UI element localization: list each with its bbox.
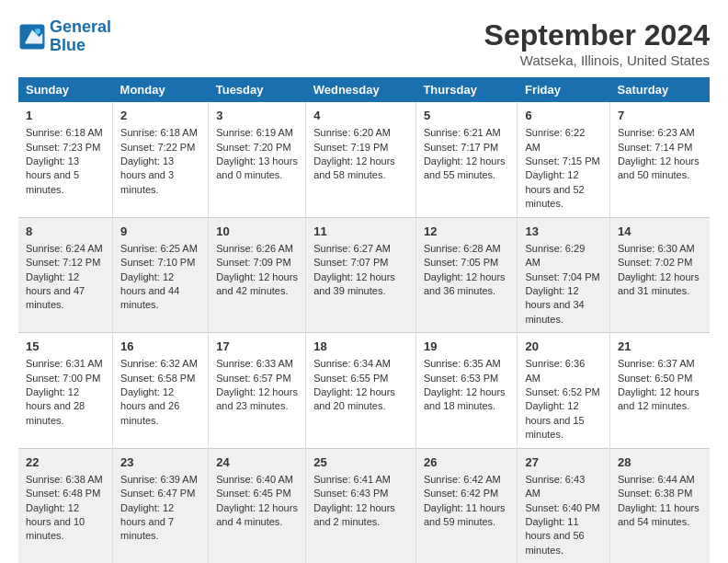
day-number: 18 [313, 339, 408, 355]
day-number: 4 [313, 108, 408, 124]
sunset-label: Sunset: 7:00 PM [26, 373, 100, 384]
sunrise-label: Sunrise: 6:23 AM [618, 127, 695, 138]
sunrise-label: Sunrise: 6:35 AM [424, 358, 501, 369]
logo-line1: General [50, 17, 111, 36]
day-number: 2 [120, 108, 200, 124]
day-number: 5 [424, 108, 510, 124]
daylight-label: Daylight: 12 hours and 34 minutes. [525, 285, 584, 325]
daylight-label: Daylight: 11 hours and 59 minutes. [424, 502, 506, 527]
calendar-cell: 22Sunrise: 6:38 AMSunset: 6:48 PMDayligh… [18, 448, 113, 563]
sunset-label: Sunset: 7:09 PM [216, 257, 290, 268]
sunrise-label: Sunrise: 6:24 AM [26, 243, 103, 254]
logo: General Blue [18, 18, 111, 55]
sunset-label: Sunset: 6:50 PM [618, 373, 692, 384]
sunrise-label: Sunrise: 6:26 AM [216, 243, 293, 254]
sunset-label: Sunset: 6:38 PM [618, 488, 692, 499]
sunset-label: Sunset: 7:07 PM [313, 257, 388, 268]
day-number: 15 [26, 339, 105, 355]
sunset-label: Sunset: 6:55 PM [313, 373, 388, 384]
sunset-label: Sunset: 7:05 PM [424, 257, 498, 268]
day-number: 25 [313, 454, 408, 471]
daylight-label: Daylight: 12 hours and 50 minutes. [618, 155, 700, 180]
calendar-cell: 10Sunrise: 6:26 AMSunset: 7:09 PMDayligh… [209, 217, 306, 333]
page-header: General Blue September 2024 Watseka, Ill… [18, 18, 710, 68]
daylight-label: Daylight: 12 hours and 47 minutes. [26, 271, 85, 311]
sunrise-label: Sunrise: 6:27 AM [313, 243, 391, 254]
calendar-cell: 3Sunrise: 6:19 AMSunset: 7:20 PMDaylight… [209, 102, 306, 217]
calendar-cell: 2Sunrise: 6:18 AMSunset: 7:22 PMDaylight… [113, 102, 209, 217]
sunset-label: Sunset: 7:17 PM [424, 142, 498, 153]
sunrise-label: Sunrise: 6:40 AM [216, 474, 293, 485]
calendar-cell: 19Sunrise: 6:35 AMSunset: 6:53 PMDayligh… [415, 333, 518, 449]
calendar-cell: 17Sunrise: 6:33 AMSunset: 6:57 PMDayligh… [209, 333, 306, 449]
day-number: 17 [216, 339, 298, 355]
sunrise-label: Sunrise: 6:20 AM [313, 127, 391, 138]
col-wednesday: Wednesday [306, 77, 416, 102]
daylight-label: Daylight: 11 hours and 56 minutes. [525, 516, 584, 556]
sunset-label: Sunset: 6:57 PM [216, 373, 290, 384]
sunrise-label: Sunrise: 6:41 AM [313, 474, 391, 485]
day-number: 8 [26, 224, 105, 240]
day-number: 28 [618, 454, 702, 471]
day-number: 19 [424, 339, 510, 355]
day-number: 21 [618, 339, 702, 355]
calendar-cell: 6Sunrise: 6:22 AMSunset: 7:15 PMDaylight… [518, 102, 610, 217]
col-monday: Monday [113, 77, 209, 102]
sunrise-label: Sunrise: 6:18 AM [120, 127, 198, 138]
calendar-cell: 1Sunrise: 6:18 AMSunset: 7:23 PMDaylight… [18, 102, 113, 217]
calendar-cell: 24Sunrise: 6:40 AMSunset: 6:45 PMDayligh… [209, 448, 306, 563]
day-number: 3 [216, 108, 298, 124]
calendar-cell: 28Sunrise: 6:44 AMSunset: 6:38 PMDayligh… [610, 448, 711, 563]
daylight-label: Daylight: 12 hours and 52 minutes. [525, 169, 584, 209]
sunrise-label: Sunrise: 6:36 AM [525, 358, 585, 383]
daylight-label: Daylight: 12 hours and 2 minutes. [313, 502, 395, 527]
calendar-cell: 8Sunrise: 6:24 AMSunset: 7:12 PMDaylight… [18, 217, 113, 333]
day-number: 23 [120, 454, 200, 471]
day-number: 13 [525, 224, 602, 240]
title-area: September 2024 Watseka, Illinois, United… [484, 18, 710, 68]
day-number: 16 [120, 339, 200, 355]
svg-point-2 [35, 29, 40, 34]
sunset-label: Sunset: 7:20 PM [216, 142, 290, 153]
week-row-3: 15Sunrise: 6:31 AMSunset: 7:00 PMDayligh… [18, 333, 710, 449]
daylight-label: Daylight: 13 hours and 5 minutes. [26, 155, 79, 195]
calendar-cell: 21Sunrise: 6:37 AMSunset: 6:50 PMDayligh… [610, 333, 711, 449]
sunrise-label: Sunrise: 6:42 AM [424, 474, 501, 485]
day-number: 26 [424, 454, 510, 471]
week-row-1: 1Sunrise: 6:18 AMSunset: 7:23 PMDaylight… [18, 102, 710, 217]
day-number: 10 [216, 224, 298, 240]
sunrise-label: Sunrise: 6:44 AM [618, 474, 695, 485]
daylight-label: Daylight: 12 hours and 58 minutes. [313, 155, 395, 180]
calendar-cell: 7Sunrise: 6:23 AMSunset: 7:14 PMDaylight… [610, 102, 711, 217]
calendar-cell: 23Sunrise: 6:39 AMSunset: 6:47 PMDayligh… [113, 448, 209, 563]
logo-text: General Blue [50, 18, 111, 55]
daylight-label: Daylight: 12 hours and 36 minutes. [424, 271, 506, 296]
week-row-2: 8Sunrise: 6:24 AMSunset: 7:12 PMDaylight… [18, 217, 710, 333]
sunset-label: Sunset: 7:04 PM [525, 271, 599, 282]
daylight-label: Daylight: 12 hours and 23 minutes. [216, 386, 298, 411]
daylight-label: Daylight: 13 hours and 3 minutes. [120, 155, 174, 195]
day-number: 6 [525, 108, 602, 124]
calendar-cell: 14Sunrise: 6:30 AMSunset: 7:02 PMDayligh… [610, 217, 711, 333]
sunrise-label: Sunrise: 6:32 AM [120, 358, 198, 369]
sunset-label: Sunset: 6:52 PM [525, 386, 599, 397]
sunset-label: Sunset: 6:40 PM [525, 502, 599, 513]
sunset-label: Sunset: 7:10 PM [120, 257, 195, 268]
daylight-label: Daylight: 12 hours and 20 minutes. [313, 386, 395, 411]
sunset-label: Sunset: 7:02 PM [618, 257, 692, 268]
day-number: 14 [618, 224, 702, 240]
day-number: 27 [525, 454, 602, 471]
daylight-label: Daylight: 12 hours and 28 minutes. [26, 386, 85, 426]
daylight-label: Daylight: 12 hours and 18 minutes. [424, 386, 506, 411]
sunrise-label: Sunrise: 6:25 AM [120, 243, 198, 254]
calendar-table: Sunday Monday Tuesday Wednesday Thursday… [18, 77, 710, 563]
daylight-label: Daylight: 13 hours and 0 minutes. [216, 155, 298, 180]
day-number: 9 [120, 224, 200, 240]
daylight-label: Daylight: 12 hours and 42 minutes. [216, 271, 298, 296]
day-number: 20 [525, 339, 602, 355]
sunset-label: Sunset: 7:19 PM [313, 142, 388, 153]
sunset-label: Sunset: 6:45 PM [216, 488, 290, 499]
sunset-label: Sunset: 6:53 PM [424, 373, 498, 384]
daylight-label: Daylight: 12 hours and 26 minutes. [120, 386, 179, 426]
week-row-4: 22Sunrise: 6:38 AMSunset: 6:48 PMDayligh… [18, 448, 710, 563]
